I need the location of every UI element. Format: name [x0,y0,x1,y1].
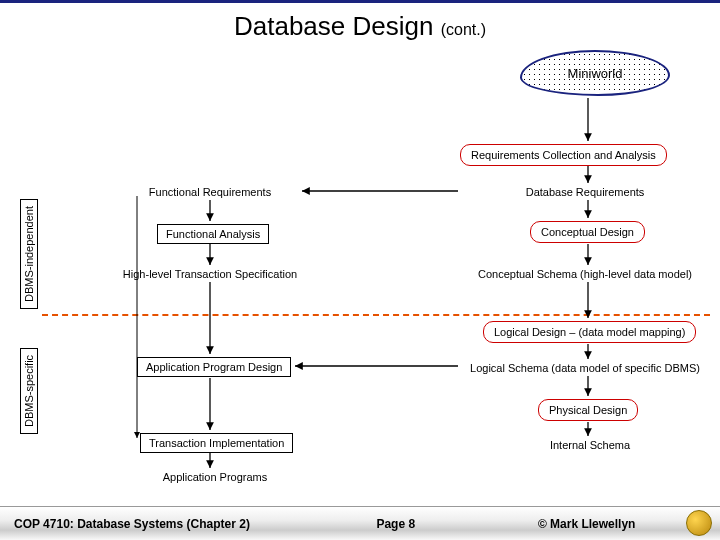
footer-course: COP 4710: Database Systems (Chapter 2) [14,517,324,531]
miniworld-label: Miniworld [520,50,670,96]
vlabel-specific: DBMS-specific [20,348,38,434]
footer-credit: © Mark Llewellyn [467,517,706,531]
text-conc-schema: Conceptual Schema (high-level data model… [460,268,710,280]
footer-page: Page 8 [324,517,467,531]
title-main: Database Design [234,11,433,41]
box-func-analysis: Functional Analysis [157,224,269,244]
box-logical-design: Logical Design – (data model mapping) [483,321,696,343]
text-internal-schema: Internal Schema [530,439,650,451]
text-func-req: Functional Requirements [120,186,300,198]
vlabel-independent: DBMS-independent [20,199,38,309]
slide-title: Database Design (cont.) [0,3,720,46]
ucf-logo-icon [686,510,712,536]
dashed-divider [42,314,710,316]
text-hlt-spec: High-level Transaction Specification [110,268,310,280]
text-app-programs: Application Programs [150,471,280,483]
box-app-prog-design: Application Program Design [137,357,291,377]
slide-footer: COP 4710: Database Systems (Chapter 2) P… [0,506,720,540]
box-req-collection: Requirements Collection and Analysis [460,144,667,166]
text-db-req: Database Requirements [500,186,670,198]
diagram-canvas: Miniworld DBMS-independent DBMS-specific… [0,46,720,496]
miniworld-cloud: Miniworld [520,50,670,96]
title-suffix: (cont.) [441,21,486,38]
box-conceptual-design: Conceptual Design [530,221,645,243]
box-physical-design: Physical Design [538,399,638,421]
box-trans-impl: Transaction Implementation [140,433,293,453]
text-logical-schema: Logical Schema (data model of specific D… [460,362,710,374]
